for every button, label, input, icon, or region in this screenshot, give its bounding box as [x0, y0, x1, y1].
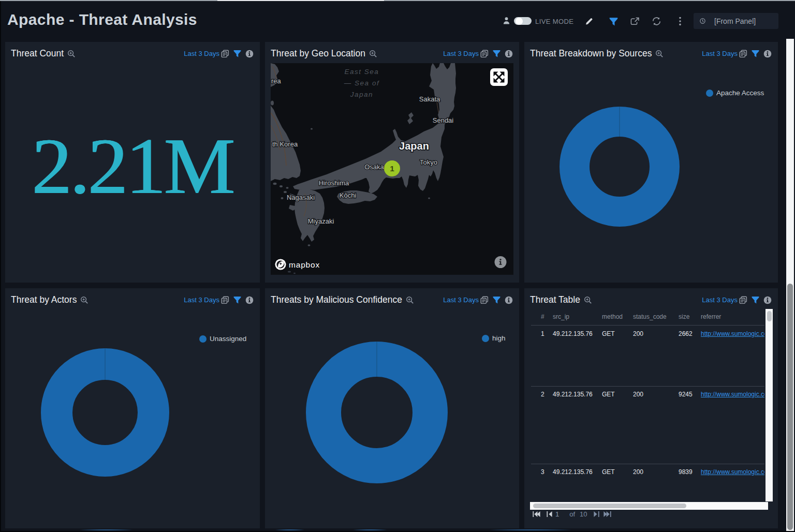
svg-text:Osaka: Osaka — [364, 163, 384, 171]
svg-text:Nagasaki: Nagasaki — [287, 194, 315, 201]
svg-text:Sendai: Sendai — [433, 116, 454, 124]
svg-text:rea: rea — [271, 77, 282, 85]
svg-text:Sakata: Sakata — [419, 95, 440, 103]
svg-text:— Sea of: — Sea of — [344, 79, 379, 87]
svg-text:Japan: Japan — [350, 91, 373, 98]
svg-text:Hiroshima: Hiroshima — [319, 179, 349, 187]
svg-text:Tokyo: Tokyo — [420, 158, 437, 166]
svg-text:th Korea: th Korea — [272, 140, 298, 148]
svg-text:mapbox: mapbox — [289, 260, 320, 269]
svg-text:Miyazaki: Miyazaki — [308, 217, 334, 225]
svg-text:East Sea: East Sea — [345, 68, 379, 76]
svg-text:Japan: Japan — [399, 140, 429, 152]
svg-text:Kōchi: Kōchi — [340, 191, 357, 199]
svg-text:1: 1 — [390, 164, 394, 173]
